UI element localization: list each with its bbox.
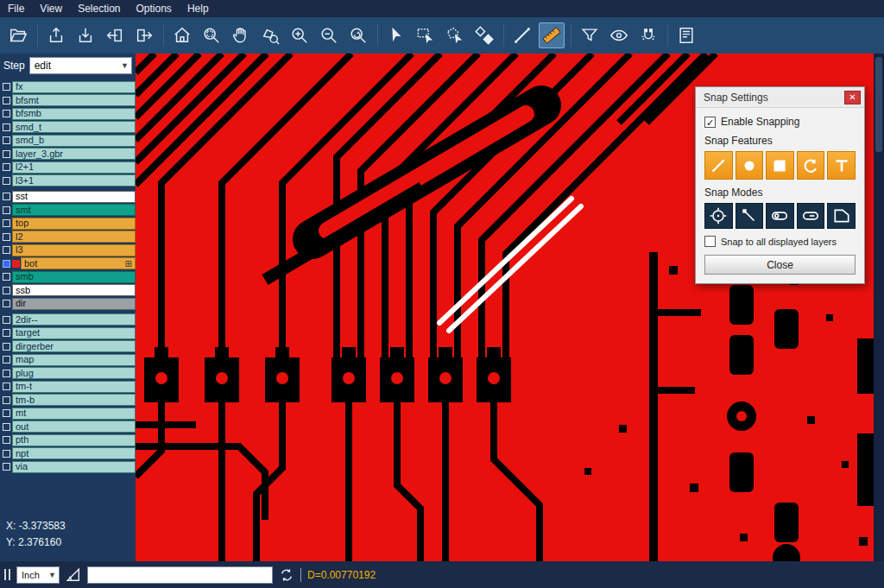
move-left-button[interactable] — [102, 22, 128, 48]
vertical-scrollbar[interactable] — [874, 54, 884, 561]
refresh-icon[interactable] — [279, 567, 294, 583]
layer-visibility-checkbox[interactable] — [3, 260, 10, 268]
layer-name[interactable]: top — [12, 218, 136, 230]
layer-name[interactable]: smd_t — [12, 121, 136, 133]
snap-feature-arc-button[interactable] — [797, 151, 825, 180]
layer-visibility-checkbox[interactable] — [3, 287, 10, 294]
command-input[interactable] — [87, 566, 273, 584]
layer-visibility-checkbox[interactable] — [3, 233, 10, 241]
pan-button[interactable] — [228, 22, 254, 48]
snap-feature-text-button[interactable] — [827, 151, 856, 180]
layer-row-bot[interactable]: bot⊞ — [0, 257, 136, 271]
line-tool-button[interactable] — [509, 22, 535, 48]
snap-mode-obround-button[interactable] — [797, 203, 825, 229]
zoom-out-button[interactable] — [316, 22, 342, 48]
step-select[interactable]: edit ▼ — [29, 57, 132, 74]
layer-name[interactable]: plug — [12, 367, 136, 379]
layer-visibility-checkbox[interactable] — [3, 436, 10, 444]
layer-name[interactable]: l3+1 — [12, 174, 136, 187]
layer-row-tm-b[interactable]: tm-b — [0, 394, 136, 408]
layer-name[interactable]: l2 — [12, 231, 136, 243]
layer-visibility-checkbox[interactable] — [3, 83, 10, 91]
layer-name[interactable]: smb — [12, 271, 136, 283]
layer-row-tm-t[interactable]: tm-t — [0, 380, 136, 394]
home-view-button[interactable] — [169, 22, 195, 48]
layer-name[interactable]: smd_b — [12, 135, 136, 147]
layer-visibility-checkbox[interactable] — [3, 219, 10, 227]
layer-row-2dir--[interactable]: 2dir-- — [0, 313, 136, 327]
layer-row-l2[interactable]: l2 — [0, 231, 136, 244]
zoom-polygon-button[interactable] — [257, 22, 283, 48]
menu-options[interactable]: Options — [129, 1, 180, 16]
zoom-in-button[interactable] — [287, 22, 313, 48]
layer-row-bfsmb[interactable]: bfsmb — [0, 107, 136, 121]
layer-row-via[interactable]: via — [0, 460, 136, 474]
move-right-button[interactable] — [131, 22, 157, 48]
layer-row-dirgerber[interactable]: dirgerber — [0, 340, 136, 354]
layer-row-dir[interactable]: dir — [0, 297, 136, 311]
layer-row-map[interactable]: map — [0, 353, 136, 367]
open-file-button[interactable] — [5, 22, 31, 48]
layer-visibility-checkbox[interactable] — [3, 193, 10, 200]
layer-visibility-checkbox[interactable] — [3, 329, 10, 337]
layer-row-smd_t[interactable]: smd_t — [0, 121, 136, 135]
snap-feature-surface-button[interactable] — [766, 151, 794, 180]
layer-visibility-checkbox[interactable] — [3, 396, 10, 404]
layer-row-layer_3.gbr[interactable]: layer_3.gbr — [0, 148, 136, 161]
snap-mode-center-button[interactable] — [704, 203, 733, 229]
snap-mode-slot-button[interactable] — [766, 203, 794, 229]
layer-row-smd_b[interactable]: smd_b — [0, 134, 136, 148]
layer-row-ssb[interactable]: ssb — [0, 284, 136, 298]
select-cursor-button[interactable] — [383, 22, 409, 48]
layer-row-top[interactable]: top — [0, 217, 136, 231]
layer-row-bfsmt[interactable]: bfsmt — [0, 94, 136, 108]
layer-visibility-checkbox[interactable] — [3, 136, 10, 144]
close-button[interactable]: Close — [704, 255, 856, 275]
layer-name[interactable]: 2dir-- — [12, 313, 136, 326]
layer-row-plug[interactable]: plug — [0, 367, 136, 381]
layer-name[interactable]: dirgerber — [12, 340, 136, 352]
close-icon[interactable]: ✕ — [844, 91, 861, 104]
layer-visibility-checkbox[interactable] — [3, 370, 10, 377]
layer-name[interactable]: fx — [12, 81, 136, 93]
layer-row-sst[interactable]: sst — [0, 190, 136, 204]
snap-button[interactable] — [635, 22, 661, 48]
menu-file[interactable]: File — [0, 1, 32, 16]
layer-row-smb[interactable]: smb — [0, 270, 136, 284]
layer-name[interactable]: bot⊞ — [21, 257, 136, 269]
vertical-scrollbar-thumb[interactable] — [875, 57, 882, 152]
snap-feature-line-button[interactable] — [704, 151, 733, 180]
unit-select[interactable]: Inch ▼ — [16, 566, 60, 584]
snap-mode-contour-button[interactable] — [827, 203, 856, 229]
layer-visibility-checkbox[interactable] — [3, 316, 10, 324]
layer-grid-icon[interactable]: ⊞ — [125, 258, 132, 269]
layer-name[interactable]: tm-b — [12, 394, 136, 406]
view-options-button[interactable] — [606, 22, 632, 48]
menu-help[interactable]: Help — [180, 1, 217, 16]
layer-row-l2+1[interactable]: l2+1 — [0, 161, 136, 174]
enable-snapping-row[interactable]: ✓ Enable Snapping — [704, 116, 856, 128]
menu-selection[interactable]: Selection — [70, 1, 128, 16]
layer-name[interactable]: smt — [12, 204, 136, 216]
layer-row-smt[interactable]: smt — [0, 204, 136, 218]
layer-name[interactable]: l2+1 — [12, 161, 136, 174]
snap-all-layers-checkbox[interactable] — [704, 236, 716, 247]
layer-visibility-checkbox[interactable] — [3, 110, 10, 117]
layer-name[interactable]: layer_3.gbr — [12, 148, 136, 160]
export-up-button[interactable] — [43, 22, 69, 48]
layer-row-target[interactable]: target — [0, 326, 136, 340]
layer-name[interactable]: via — [12, 461, 136, 473]
layer-visibility-checkbox[interactable] — [3, 383, 10, 390]
angle-tool-icon[interactable] — [66, 567, 81, 583]
layer-visibility-checkbox[interactable] — [3, 206, 10, 214]
layer-name[interactable]: mt — [12, 408, 136, 420]
layer-name[interactable]: tm-t — [12, 381, 136, 393]
filter-button[interactable] — [577, 22, 603, 48]
layer-visibility-checkbox[interactable] — [3, 409, 10, 417]
layer-visibility-checkbox[interactable] — [3, 246, 10, 254]
layer-visibility-checkbox[interactable] — [3, 450, 10, 458]
layer-visibility-checkbox[interactable] — [3, 163, 10, 171]
layer-name[interactable]: target — [12, 327, 136, 339]
snap-feature-pad-button[interactable] — [736, 151, 764, 180]
zoom-previous-button[interactable] — [345, 22, 371, 48]
